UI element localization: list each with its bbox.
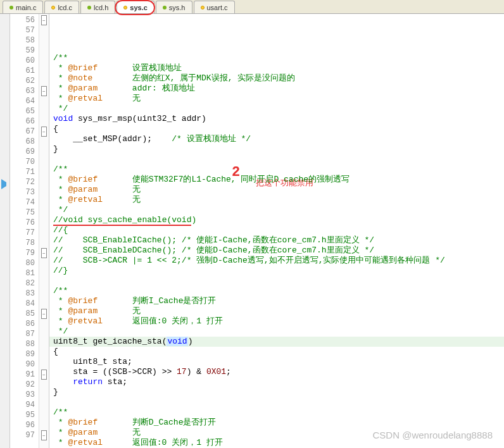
fold-gutter[interactable]: −−−−−−−	[39, 14, 49, 448]
code-editor: 5657585960616263646566676869707172737475…	[0, 14, 504, 448]
file-icon	[201, 6, 205, 9]
code-line[interactable]: uint8_t get_icache_sta(void)	[49, 337, 504, 347]
fold-toggle[interactable]: −	[41, 127, 47, 137]
fold-toggle[interactable]: −	[41, 430, 47, 440]
code-line[interactable]: * @retval 返回值:0 关闭，1 打开	[49, 316, 504, 327]
file-icon	[51, 6, 55, 9]
code-line[interactable]: //{	[49, 225, 504, 235]
breakpoint-gutter[interactable]	[0, 14, 10, 448]
file-icon	[163, 6, 167, 9]
tab-sys-c[interactable]: sys.c	[117, 1, 154, 13]
code-area[interactable]: 2 把这个功能禁用 /** * @brief 设置栈顶地址 * @note 左侧…	[49, 14, 504, 448]
code-line[interactable]	[49, 154, 504, 165]
code-line[interactable]: * @retval 返回值:0 关闭，1 打开	[49, 438, 504, 448]
code-line[interactable]: {	[49, 347, 504, 357]
code-line[interactable]: * @param 无	[49, 428, 504, 438]
code-line[interactable]: uint8_t sta;	[49, 357, 504, 367]
code-line[interactable]: * @retval 无	[49, 195, 504, 205]
code-line[interactable]: * @param addr: 栈顶地址	[49, 84, 504, 94]
code-line[interactable]: }	[49, 144, 504, 154]
code-line[interactable]: // SCB_EnableICache(); /* 使能I-Cache,函数在c…	[49, 235, 504, 246]
tab-label: main.c	[16, 4, 36, 11]
code-line[interactable]: sta = ((SCB->CCR) >> 17) & 0X01;	[49, 367, 504, 377]
fold-toggle[interactable]: −	[41, 309, 47, 319]
file-icon	[87, 6, 91, 9]
code-line[interactable]: * @brief 判断D_Cache是否打开	[49, 418, 504, 428]
tab-main-c[interactable]: main.c	[3, 1, 43, 13]
code-line[interactable]: * @brief 判断I_Cache是否打开	[49, 296, 504, 306]
code-line[interactable]: */	[49, 104, 504, 114]
code-line[interactable]: */	[49, 205, 504, 215]
code-line[interactable]: __set_MSP(addr); /* 设置栈顶地址 */	[49, 134, 504, 144]
code-line[interactable]: return sta;	[49, 377, 504, 387]
tab-lcd-h[interactable]: lcd.h	[80, 1, 115, 13]
tab-label: usart.c	[207, 4, 228, 11]
line-number-gutter: 5657585960616263646566676869707172737475…	[10, 14, 39, 448]
code-line[interactable]: }	[49, 387, 504, 397]
tab-label: lcd.h	[94, 4, 108, 11]
fold-toggle[interactable]: −	[41, 248, 47, 258]
code-line[interactable]: */	[49, 327, 504, 337]
tab-bar: main.clcd.clcd.hsys.csys.husart.c	[0, 0, 504, 14]
code-line[interactable]: //void sys_cache_enable(void)	[49, 215, 504, 225]
fold-toggle[interactable]: −	[41, 370, 47, 380]
code-line[interactable]	[49, 276, 504, 286]
file-icon	[123, 6, 127, 9]
code-line[interactable]: /**	[49, 408, 504, 418]
code-line[interactable]: {	[49, 124, 504, 134]
code-line[interactable]: // SCB->CACR |= 1 << 2;/* 强制D-Cache透写,如不…	[49, 256, 504, 266]
tab-label: sys.c	[130, 4, 148, 11]
code-line[interactable]: void sys_msr_msp(uint32_t addr)	[49, 114, 504, 124]
tab-label: lcd.c	[58, 4, 72, 11]
tab-sys-h[interactable]: sys.h	[156, 1, 192, 13]
file-icon	[9, 6, 13, 9]
fold-toggle[interactable]: −	[41, 15, 47, 25]
fold-toggle[interactable]: −	[41, 86, 47, 96]
code-line[interactable]: * @brief 设置栈顶地址	[49, 63, 504, 73]
tab-label: sys.h	[169, 4, 186, 11]
code-line[interactable]: * @param 无	[49, 306, 504, 316]
code-line[interactable]: // SCB_EnableDCache(); /* 使能D-Cache,函数在c…	[49, 246, 504, 256]
code-line[interactable]: * @brief 使能STM32F7的L1-Cache, 同时开启D cache…	[49, 175, 504, 185]
code-line[interactable]: /**	[49, 286, 504, 296]
tab-usart-c[interactable]: usart.c	[194, 1, 235, 13]
code-line[interactable]: /**	[49, 165, 504, 175]
code-line[interactable]: * @note 左侧的红X, 属于MDK误报, 实际是没问题的	[49, 73, 504, 84]
code-line[interactable]	[49, 397, 504, 408]
code-line[interactable]: //}	[49, 266, 504, 276]
tab-lcd-c[interactable]: lcd.c	[44, 1, 79, 13]
code-line[interactable]: * @param 无	[49, 185, 504, 195]
code-line[interactable]: * @retval 无	[49, 94, 504, 104]
code-line[interactable]: /**	[49, 53, 504, 63]
